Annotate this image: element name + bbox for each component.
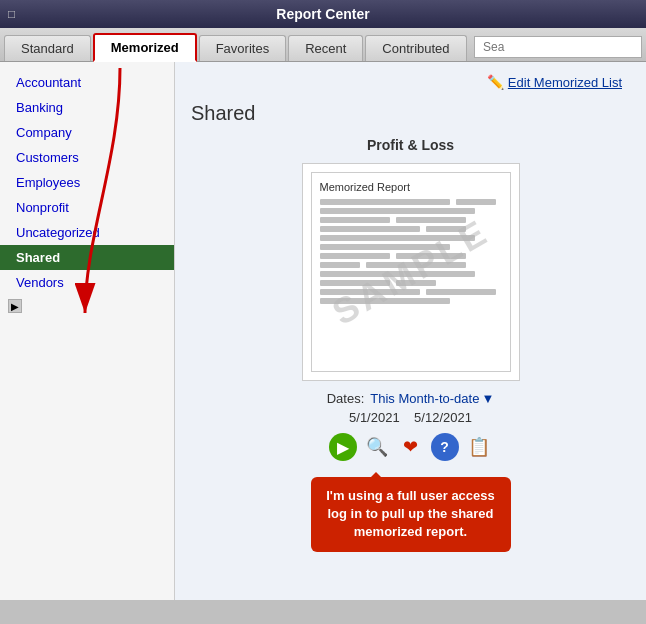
tooltip-bubble: I'm using a full user access log in to p… [311, 477, 511, 552]
sidebar-item-customers[interactable]: Customers [0, 145, 174, 170]
memo-report-label: Memorized Report [320, 181, 502, 193]
main-area: Accountant Banking Company Customers Emp… [0, 62, 646, 600]
section-title: Shared [191, 102, 630, 125]
search-report-button[interactable]: 🔍 [363, 433, 391, 461]
sidebar-scroll: ▶ [0, 295, 174, 317]
sidebar-item-uncategorized[interactable]: Uncategorized [0, 220, 174, 245]
print-preview-button[interactable]: 📋 [465, 433, 493, 461]
tab-memorized[interactable]: Memorized [93, 33, 197, 62]
title-bar: □ Report Center [0, 0, 646, 28]
favorite-button[interactable]: ❤ [397, 433, 425, 461]
dates-value: This Month-to-date [370, 391, 479, 406]
tab-favorites[interactable]: Favorites [199, 35, 286, 61]
edit-memorized-label[interactable]: Edit Memorized List [508, 75, 622, 90]
dates-dropdown[interactable]: This Month-to-date ▼ [370, 391, 494, 406]
sidebar-item-company[interactable]: Company [0, 120, 174, 145]
sidebar-item-shared[interactable]: Shared [0, 245, 174, 270]
help-button[interactable]: ? [431, 433, 459, 461]
window-title: Report Center [276, 6, 369, 22]
edit-memorized-bar: ✏️ Edit Memorized List [191, 70, 630, 94]
chevron-down-icon: ▼ [481, 391, 494, 406]
scroll-arrow-right[interactable]: ▶ [8, 299, 22, 313]
sidebar-item-vendors[interactable]: Vendors [0, 270, 174, 295]
tab-standard[interactable]: Standard [4, 35, 91, 61]
window-icon: □ [8, 7, 15, 21]
sidebar-item-banking[interactable]: Banking [0, 95, 174, 120]
action-icons: ▶ 🔍 ❤ ? 📋 [329, 433, 493, 461]
sidebar: Accountant Banking Company Customers Emp… [0, 62, 175, 600]
sidebar-item-nonprofit[interactable]: Nonprofit [0, 195, 174, 220]
date-from: 5/1/2021 [349, 410, 400, 425]
sidebar-item-employees[interactable]: Employees [0, 170, 174, 195]
pencil-icon: ✏️ [487, 74, 504, 90]
report-preview-container: Profit & Loss Memorized Report [191, 137, 630, 552]
date-range: 5/1/2021 5/12/2021 [349, 410, 472, 425]
date-to: 5/12/2021 [414, 410, 472, 425]
tabs-bar: Standard Memorized Favorites Recent Cont… [0, 28, 646, 62]
dates-row: Dates: This Month-to-date ▼ [327, 391, 495, 406]
content-area: ✏️ Edit Memorized List Shared Profit & L… [175, 62, 646, 600]
report-preview: Memorized Report SAMPLE [311, 172, 511, 372]
report-title: Profit & Loss [367, 137, 454, 153]
search-input[interactable] [474, 36, 642, 58]
sidebar-item-accountant[interactable]: Accountant [0, 70, 174, 95]
report-card: Memorized Report SAMPLE [302, 163, 520, 381]
run-report-button[interactable]: ▶ [329, 433, 357, 461]
dates-label: Dates: [327, 391, 365, 406]
tab-contributed[interactable]: Contributed [365, 35, 466, 61]
tab-recent[interactable]: Recent [288, 35, 363, 61]
